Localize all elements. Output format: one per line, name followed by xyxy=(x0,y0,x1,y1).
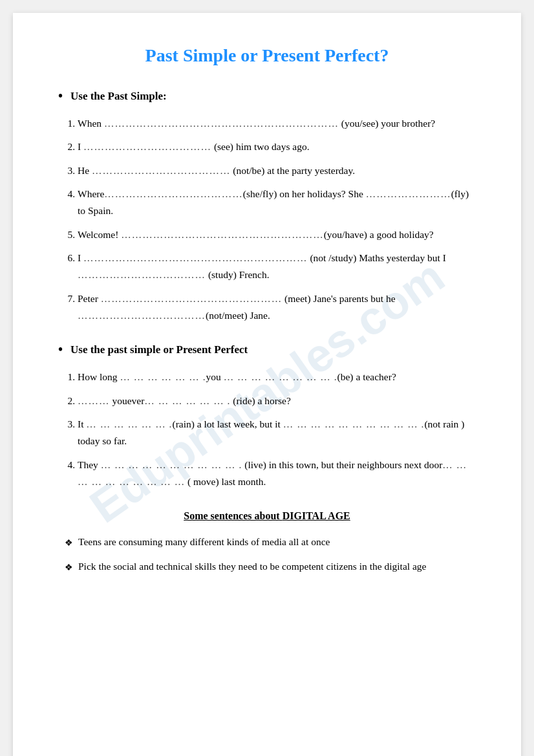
section1-list: When ………………………………………………………… (you/see) yo… xyxy=(78,115,476,324)
list-item: I ……………………………………………………… (not /study) Mat… xyxy=(78,250,476,284)
section2: • Use the past simple or Present Perfect… xyxy=(58,342,476,490)
bullet-icon2: • xyxy=(58,342,63,357)
section1-label: • Use the Past Simple: xyxy=(58,89,476,103)
bullet-icon: • xyxy=(58,89,63,103)
list-item: Teens are consuming many different kinds… xyxy=(65,534,476,551)
section2-label: • Use the past simple or Present Perfect xyxy=(58,342,476,357)
section1: • Use the Past Simple: When ………………………………… xyxy=(58,89,476,324)
list-item: ……… youever… … … … … … . (ride) a horse? xyxy=(78,393,476,409)
list-item: Where…………………………………(she/fly) on her holid… xyxy=(78,186,476,220)
list-item: They … … … … … … … … … … . (live) in thi… xyxy=(78,457,476,491)
list-item: How long … … … … … … .you … … … … … … … … xyxy=(78,369,476,385)
digital-age-title: Some sentences about DIGITAL AGE xyxy=(58,510,476,522)
content: Past Simple or Present Perfect? • Use th… xyxy=(58,45,476,576)
list-item: I ……………………………… (see) him two days ago. xyxy=(78,138,476,155)
list-item: Peter …………………………………………… (meet) Jane's pa… xyxy=(78,290,476,325)
list-item: He ………………………………… (not/be) at the party y… xyxy=(78,162,476,179)
page-title: Past Simple or Present Perfect? xyxy=(58,45,476,66)
section2-list: How long … … … … … … .you … … … … … … … … xyxy=(78,369,476,490)
page: Eduprintables.com Past Simple or Present… xyxy=(13,13,521,756)
list-item: Welcome! …………………………………………………(you/have) a… xyxy=(78,226,476,243)
list-item: Pick the social and technical skills the… xyxy=(65,558,476,576)
list-item: When ………………………………………………………… (you/see) yo… xyxy=(78,115,476,132)
section3: Some sentences about DIGITAL AGE Teens a… xyxy=(58,510,476,576)
digital-age-list: Teens are consuming many different kinds… xyxy=(65,534,476,576)
list-item: It … … … … … … .(rain) a lot last week, … xyxy=(78,416,476,450)
